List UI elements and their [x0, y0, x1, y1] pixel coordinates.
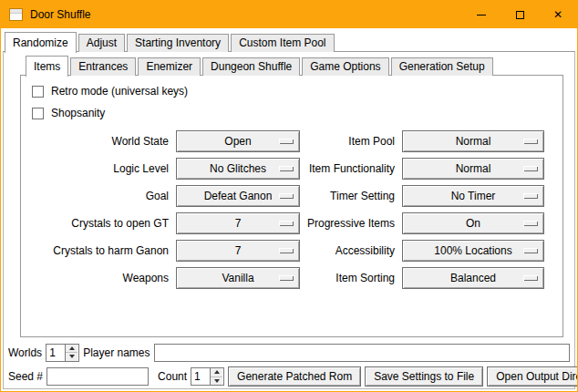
caption-buttons: ✕	[462, 1, 577, 28]
minimize-icon	[477, 15, 486, 15]
app-icon	[9, 8, 23, 21]
dropdown-indicator-icon	[523, 139, 538, 144]
worlds-spinbox[interactable]	[46, 344, 79, 362]
tab-items[interactable]: Items	[26, 56, 68, 77]
tab-randomize[interactable]: Randomize	[5, 32, 77, 53]
tab-generation-setup[interactable]: Generation Setup	[391, 57, 493, 76]
window-title: Door Shuffle	[30, 8, 91, 21]
tab-starting-inventory[interactable]: Starting Inventory	[127, 34, 229, 52]
tab-enemizer[interactable]: Enemizer	[138, 57, 201, 76]
dropdown-indicator-icon	[279, 221, 294, 226]
save-settings-button[interactable]: Save Settings to File	[365, 366, 483, 387]
arrow-up-icon	[69, 346, 75, 350]
dropdown-indicator-icon	[523, 193, 538, 199]
app-window: Door Shuffle ✕ Randomize Adjust Starting…	[0, 0, 578, 392]
generate-patched-rom-button[interactable]: Generate Patched Rom	[228, 366, 361, 387]
progressive-items-label: Progressive Items	[307, 212, 395, 234]
shopsanity-checkbox[interactable]: Shopsanity	[32, 103, 555, 123]
crystals-harm-ganon-dropdown[interactable]: 7	[176, 240, 300, 262]
worlds-spin-up-button[interactable]	[66, 345, 77, 353]
generate-row: Seed # Count Generate Patched Rom Save S…	[8, 366, 570, 387]
goal-label: Goal	[32, 185, 169, 207]
dropdown-value: Normal	[456, 135, 491, 148]
dropdown-value: 7	[235, 244, 242, 257]
accessibility-dropdown[interactable]: 100% Locations	[402, 240, 544, 262]
outer-tab-bar: Randomize Adjust Starting Inventory Cust…	[1, 30, 577, 52]
dropdown-value: 100% Locations	[434, 244, 511, 257]
dropdown-indicator-icon	[279, 166, 294, 171]
dropdown-value: Open	[224, 135, 251, 148]
seed-input[interactable]	[46, 367, 149, 386]
checkbox-icon[interactable]	[32, 86, 44, 98]
inner-tab-bar: Items Entrances Enemizer Dungeon Shuffle…	[20, 54, 563, 76]
worlds-input[interactable]	[46, 345, 65, 361]
progressive-items-dropdown[interactable]: On	[402, 212, 544, 234]
arrow-down-icon	[214, 379, 220, 383]
dropdown-indicator-icon	[279, 193, 294, 199]
world-state-label: World State	[32, 130, 169, 152]
tab-game-options[interactable]: Game Options	[302, 57, 388, 76]
worlds-row: Worlds Player names	[8, 343, 570, 362]
worlds-label: Worlds	[8, 346, 42, 359]
dropdown-value: No Glitches	[210, 162, 266, 175]
tab-adjust[interactable]: Adjust	[78, 34, 125, 52]
item-functionality-dropdown[interactable]: Normal	[402, 158, 544, 180]
crystals-open-gt-dropdown[interactable]: 7	[176, 212, 300, 234]
spin-buttons	[210, 368, 222, 385]
count-spinbox[interactable]	[191, 367, 224, 386]
dropdown-value: Vanilla	[222, 272, 253, 284]
item-sorting-label: Item Sorting	[307, 267, 395, 289]
item-pool-dropdown[interactable]: Normal	[402, 130, 544, 152]
close-button[interactable]: ✕	[539, 1, 577, 28]
titlebar[interactable]: Door Shuffle ✕	[1, 1, 577, 28]
dropdown-indicator-icon	[523, 275, 538, 281]
dropdown-indicator-icon	[523, 166, 538, 171]
dropdown-value: Balanced	[450, 272, 496, 284]
dropdown-indicator-icon	[279, 139, 294, 144]
tab-custom-item-pool[interactable]: Custom Item Pool	[231, 34, 334, 52]
dropdown-value: Defeat Ganon	[204, 190, 273, 202]
spin-buttons	[65, 345, 77, 361]
retro-mode-checkbox[interactable]: Retro mode (universal keys)	[32, 81, 555, 101]
count-label: Count	[158, 370, 187, 383]
dropdown-indicator-icon	[279, 248, 294, 253]
dropdown-value: On	[466, 217, 480, 230]
open-output-directory-button[interactable]: Open Output Directory	[487, 366, 578, 387]
close-icon: ✕	[553, 9, 563, 20]
count-spin-up-button[interactable]	[211, 368, 222, 377]
count-spin-down-button[interactable]	[211, 377, 222, 386]
maximize-icon	[516, 11, 524, 19]
settings-grid: World State Open Item Pool Normal Logic …	[32, 130, 555, 289]
arrow-down-icon	[69, 355, 75, 358]
dropdown-value: Normal	[456, 162, 491, 175]
weapons-dropdown[interactable]: Vanilla	[176, 267, 300, 289]
seed-label: Seed #	[8, 370, 43, 383]
count-input[interactable]	[191, 368, 210, 385]
item-pool-label: Item Pool	[307, 130, 395, 152]
player-names-label: Player names	[83, 346, 150, 359]
accessibility-label: Accessibility	[307, 240, 395, 262]
retro-mode-label: Retro mode (universal keys)	[51, 85, 188, 98]
player-names-input[interactable]	[154, 344, 571, 362]
world-state-dropdown[interactable]: Open	[176, 130, 300, 152]
goal-dropdown[interactable]: Defeat Ganon	[176, 185, 300, 207]
crystals-harm-ganon-label: Crystals to harm Ganon	[32, 240, 169, 262]
checkbox-icon[interactable]	[32, 108, 44, 119]
randomize-tab-pane: Items Entrances Enemizer Dungeon Shuffle…	[3, 51, 575, 389]
worlds-spin-down-button[interactable]	[66, 352, 77, 361]
shopsanity-label: Shopsanity	[51, 107, 105, 119]
minimize-button[interactable]	[462, 1, 501, 28]
dropdown-value: 7	[235, 217, 242, 230]
dropdown-indicator-icon	[523, 221, 538, 226]
logic-level-dropdown[interactable]: No Glitches	[176, 158, 300, 180]
weapons-label: Weapons	[32, 267, 169, 289]
maximize-button[interactable]	[501, 1, 539, 28]
item-sorting-dropdown[interactable]: Balanced	[402, 267, 544, 289]
tab-entrances[interactable]: Entrances	[70, 57, 136, 76]
inner-notebook: Items Entrances Enemizer Dungeon Shuffle…	[20, 54, 563, 337]
tab-dungeon-shuffle[interactable]: Dungeon Shuffle	[202, 57, 300, 76]
timer-setting-dropdown[interactable]: No Timer	[402, 185, 544, 207]
items-tab-pane: Retro mode (universal keys) Shopsanity W…	[20, 75, 563, 337]
arrow-up-icon	[214, 370, 220, 374]
logic-level-label: Logic Level	[32, 158, 169, 180]
